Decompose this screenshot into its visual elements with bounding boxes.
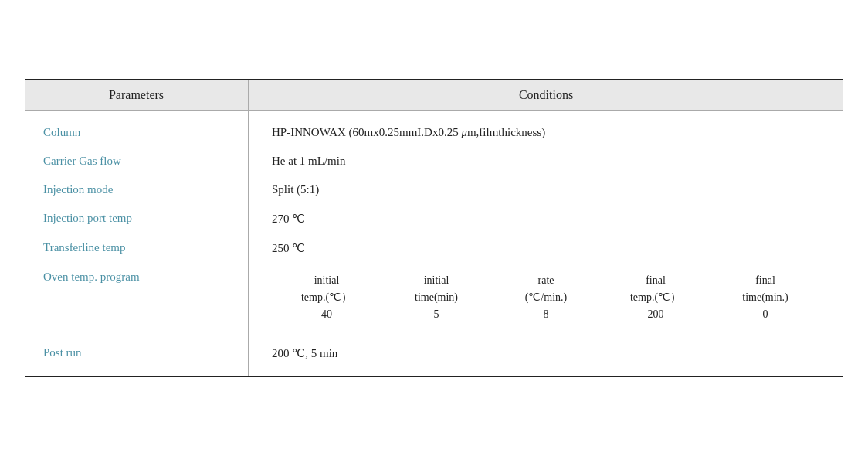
table-row: Column HP-INNOWAX (60mx0.25mmI.Dx0.25 μm… [25,118,843,147]
condition-transferline-temp: 250 ℃ [249,233,843,263]
table-row: Injection port temp 270 ℃ [25,204,843,233]
spacer-bottom [25,368,843,376]
table-row: Transferline temp 250 ℃ [25,233,843,263]
table-row: Injection mode Split (5:1) [25,175,843,204]
table-row: Oven temp. program initial temp.(℃） 40 i… [25,263,843,330]
table-header: Parameters Conditions [25,80,843,111]
header-conditions: Conditions [249,80,843,110]
oven-col-initial-time: initial time(min) 5 [381,272,491,322]
param-carrier-gas: Carrier Gas flow [25,147,249,175]
oven-col-final-temp: final temp.(℃） 200 [601,272,710,322]
oven-col-initial-temp: initial temp.(℃） 40 [272,272,381,322]
table-row: Post run 200 ℃, 5 min [25,339,843,368]
parameters-table: Parameters Conditions Column HP-INNOWAX … [25,79,843,376]
param-transferline-temp: Transferline temp [25,233,249,263]
header-parameters: Parameters [25,80,249,110]
condition-injection-port-temp: 270 ℃ [249,204,843,233]
param-injection-port-temp: Injection port temp [25,204,249,233]
oven-program-grid: initial temp.(℃） 40 initial time(min) 5 … [272,272,820,322]
condition-injection-mode: Split (5:1) [249,175,843,204]
condition-post-run: 200 ℃, 5 min [249,339,843,368]
spacer [25,331,843,339]
condition-oven-temp: initial temp.(℃） 40 initial time(min) 5 … [249,263,843,330]
condition-carrier-gas: He at 1 mL/min [249,147,843,175]
oven-col-final-time: final time(min.) 0 [710,272,820,322]
condition-column: HP-INNOWAX (60mx0.25mmI.Dx0.25 μm,filmth… [249,118,843,147]
param-post-run: Post run [25,339,249,368]
oven-col-rate: rate (℃/min.) 8 [491,272,601,322]
param-column: Column [25,118,249,147]
param-oven-temp: Oven temp. program [25,263,249,330]
table-row: Carrier Gas flow He at 1 mL/min [25,147,843,175]
spacer [25,111,843,118]
param-injection-mode: Injection mode [25,175,249,204]
